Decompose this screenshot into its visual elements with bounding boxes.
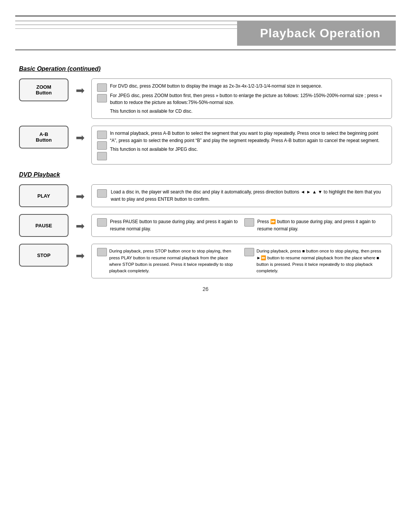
pause-right-panel: Press ⏩ button to pause during play, and… (244, 218, 386, 232)
stop-description: During playback, press STOP button once … (91, 244, 392, 278)
zoom-button-box: ZOOM Button (19, 78, 68, 101)
stop-right-text: During playback, press ■ button once to … (256, 248, 386, 274)
zoom-sub: Button (36, 90, 52, 96)
disc-icon-ab1 (97, 131, 107, 139)
ab-description: In normal playback, press A-B button to … (91, 126, 392, 165)
disc-icon-jpeg (97, 94, 107, 102)
zoom-label: ZOOM (37, 84, 51, 90)
disc-icon-ab2 (97, 141, 107, 150)
stop-arrow: ➡ (68, 244, 91, 262)
ab-desc-note: This function is not available for JPEG … (110, 146, 386, 153)
ab-label: A-B (39, 131, 48, 137)
page-number: 26 (19, 286, 392, 292)
pause-left-panel: Press PAUSE button to pause during play,… (97, 218, 239, 232)
disc-icon-pause2 (244, 218, 254, 227)
section-heading-basic: Basic Operation (continued) (19, 66, 392, 72)
stop-left-panel: During playback, press STOP button once … (97, 248, 239, 274)
pause-button-box: PAUSE (19, 214, 68, 237)
pause-row: PAUSE ➡ Press PAUSE button to pause duri… (19, 214, 392, 237)
ab-button-box: A-B Button (19, 126, 68, 149)
ab-desc-text: In normal playback, press A-B button to … (110, 130, 386, 144)
pause-label: PAUSE (35, 223, 52, 228)
ab-arrow: ➡ (68, 126, 91, 144)
stop-right-panel: During playback, press ■ button once to … (244, 248, 386, 274)
pause-right-text: Press ⏩ button to pause during play, and… (257, 218, 386, 232)
play-button-box: PLAY (19, 184, 68, 207)
ab-sub: Button (36, 137, 52, 143)
play-description: Load a disc in, the player will search t… (91, 184, 392, 207)
zoom-arrow: ➡ (68, 78, 91, 97)
stop-label: STOP (37, 252, 50, 258)
pause-left-text: Press PAUSE button to pause during play,… (110, 218, 239, 232)
disc-icon-ab3 (97, 152, 107, 160)
zoom-description: For DVD disc, press ZOOM button to displ… (91, 78, 392, 119)
disc-icon-stop1 (97, 248, 107, 256)
stop-row: STOP ➡ During playback, press STOP butto… (19, 244, 392, 278)
zoom-desc-cd: This function is not available for CD di… (110, 108, 386, 115)
play-label: PLAY (37, 193, 50, 199)
zoom-row: ZOOM Button ➡ For DVD disc, press ZOOM b… (19, 78, 392, 119)
zoom-desc-dvd: For DVD disc, press ZOOM button to displ… (110, 83, 386, 90)
pause-description: Press PAUSE button to pause during play,… (91, 214, 392, 236)
play-arrow: ➡ (68, 184, 91, 203)
pause-arrow: ➡ (68, 214, 91, 232)
disc-icon-stop2 (244, 248, 254, 256)
zoom-desc-jpeg: For JPEG disc, press ZOOM button first, … (110, 92, 386, 106)
stop-left-text: During playback, press STOP button once … (109, 248, 239, 274)
stop-button-box: STOP (19, 244, 68, 267)
play-row: PLAY ➡ Load a disc in, the player will s… (19, 184, 392, 207)
page-title: Playback Operation (260, 26, 381, 40)
ab-row: A-B Button ➡ In normal playback, press A… (19, 126, 392, 165)
disc-icon-pause1 (97, 218, 107, 227)
disc-icon-dvd (97, 83, 107, 92)
disc-icon-play (97, 189, 107, 198)
section-heading-dvd: DVD Playback (19, 171, 392, 178)
play-desc-text: Load a disc in, the player will search t… (111, 189, 386, 203)
